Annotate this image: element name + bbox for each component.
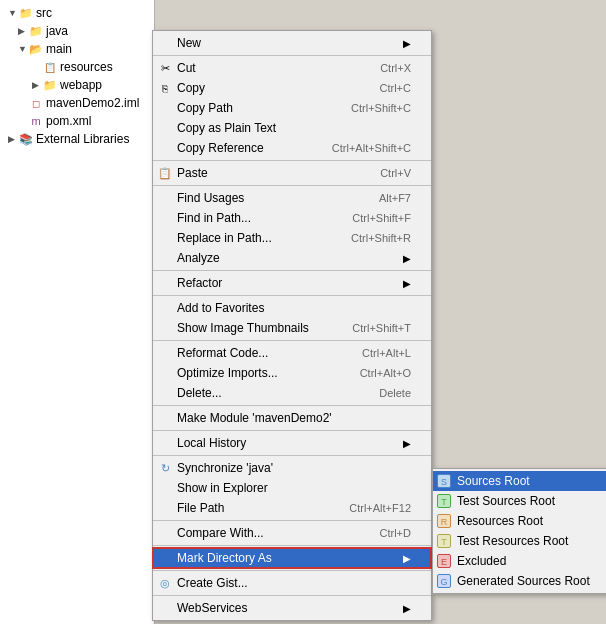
- menu-item-local-history[interactable]: Local History ▶: [153, 433, 431, 453]
- sep-13: [153, 595, 431, 596]
- thumbnails-icon: [157, 320, 173, 336]
- submenu-item-test-sources-root[interactable]: T Test Sources Root: [433, 491, 606, 511]
- tree-label-ext-libs: External Libraries: [36, 132, 129, 146]
- shortcut-paste: Ctrl+V: [380, 167, 411, 179]
- test-res-root-icon: T: [437, 534, 451, 548]
- sep-7: [153, 405, 431, 406]
- menu-item-refactor[interactable]: Refactor ▶: [153, 273, 431, 293]
- menu-label-compare: Compare With...: [177, 526, 360, 540]
- menu-item-optimize[interactable]: Optimize Imports... Ctrl+Alt+O: [153, 363, 431, 383]
- tree-item-main[interactable]: ▼ 📂 main: [0, 40, 154, 58]
- submenu-item-resources-root[interactable]: R Resources Root: [433, 511, 606, 531]
- menu-item-webservices[interactable]: WebServices ▶: [153, 598, 431, 618]
- submenu-arrow-refactor: ▶: [403, 278, 411, 289]
- menu-label-find-usages: Find Usages: [177, 191, 359, 205]
- shortcut-optimize: Ctrl+Alt+O: [360, 367, 411, 379]
- menu-item-make-module[interactable]: Make Module 'mavenDemo2': [153, 408, 431, 428]
- reformat-icon: [157, 345, 173, 361]
- menu-item-copy[interactable]: ⎘ Copy Ctrl+C: [153, 78, 431, 98]
- file-tree: ▼ 📁 src ▶ 📁 java ▼ 📂 main 📋 resources ▶ …: [0, 0, 155, 624]
- menu-label-make-module: Make Module 'mavenDemo2': [177, 411, 411, 425]
- menu-item-delete[interactable]: Delete... Delete: [153, 383, 431, 403]
- tree-item-java[interactable]: ▶ 📁 java: [0, 22, 154, 40]
- submenu-label-generated-sources-root: Generated Sources Root: [457, 574, 590, 588]
- menu-label-paste: Paste: [177, 166, 360, 180]
- menu-label-new: New: [177, 36, 403, 50]
- folder-open-icon-main: 📂: [28, 41, 44, 57]
- submenu-item-excluded[interactable]: E Excluded: [433, 551, 606, 571]
- sep-2: [153, 160, 431, 161]
- submenu-arrow-new: ▶: [403, 38, 411, 49]
- shortcut-thumbnails: Ctrl+Shift+T: [352, 322, 411, 334]
- optimize-icon: [157, 365, 173, 381]
- tree-label-java: java: [46, 24, 68, 38]
- menu-item-find-path[interactable]: Find in Path... Ctrl+Shift+F: [153, 208, 431, 228]
- submenu-item-test-resources-root[interactable]: T Test Resources Root: [433, 531, 606, 551]
- menu-item-new[interactable]: New ▶: [153, 33, 431, 53]
- copy-ref-icon: [157, 140, 173, 156]
- expand-arrow-main: ▼: [18, 44, 28, 54]
- shortcut-delete: Delete: [379, 387, 411, 399]
- tree-label-resources: resources: [60, 60, 113, 74]
- sep-8: [153, 430, 431, 431]
- menu-item-add-favorites[interactable]: Add to Favorites: [153, 298, 431, 318]
- menu-label-local-history: Local History: [177, 436, 403, 450]
- menu-label-thumbnails: Show Image Thumbnails: [177, 321, 332, 335]
- shortcut-replace-path: Ctrl+Shift+R: [351, 232, 411, 244]
- tree-item-src[interactable]: ▼ 📁 src: [0, 4, 154, 22]
- menu-label-copy-plain: Copy as Plain Text: [177, 121, 411, 135]
- mark-directory-submenu: S Sources Root T Test Sources Root R Res…: [432, 468, 606, 594]
- folder-icon-java: 📁: [28, 23, 44, 39]
- menu-item-cut[interactable]: ✂ Cut Ctrl+X: [153, 58, 431, 78]
- menu-item-copy-plain[interactable]: Copy as Plain Text: [153, 118, 431, 138]
- menu-item-find-usages[interactable]: Find Usages Alt+F7: [153, 188, 431, 208]
- submenu-item-generated-sources-root[interactable]: G Generated Sources Root: [433, 571, 606, 591]
- submenu-arrow-local-history: ▶: [403, 438, 411, 449]
- sep-9: [153, 455, 431, 456]
- show-explorer-icon: [157, 480, 173, 496]
- menu-item-copy-ref[interactable]: Copy Reference Ctrl+Alt+Shift+C: [153, 138, 431, 158]
- res-icon: 📋: [42, 59, 58, 75]
- delete-icon: [157, 385, 173, 401]
- new-icon: [157, 35, 173, 51]
- menu-item-sync[interactable]: ↻ Synchronize 'java': [153, 458, 431, 478]
- menu-label-cut: Cut: [177, 61, 360, 75]
- tree-item-pom[interactable]: m pom.xml: [0, 112, 154, 130]
- submenu-label-test-resources-root: Test Resources Root: [457, 534, 568, 548]
- submenu-label-test-sources-root: Test Sources Root: [457, 494, 555, 508]
- menu-label-reformat: Reformat Code...: [177, 346, 342, 360]
- favorites-icon: [157, 300, 173, 316]
- menu-item-mark-dir[interactable]: Mark Directory As ▶: [153, 548, 431, 568]
- expand-arrow-java: ▶: [18, 26, 28, 36]
- sep-1: [153, 55, 431, 56]
- menu-item-reformat[interactable]: Reformat Code... Ctrl+Alt+L: [153, 343, 431, 363]
- menu-label-copy-ref: Copy Reference: [177, 141, 312, 155]
- copy-path-icon: [157, 100, 173, 116]
- shortcut-compare: Ctrl+D: [380, 527, 411, 539]
- menu-item-thumbnails[interactable]: Show Image Thumbnails Ctrl+Shift+T: [153, 318, 431, 338]
- menu-item-compare[interactable]: Compare With... Ctrl+D: [153, 523, 431, 543]
- menu-item-replace-path[interactable]: Replace in Path... Ctrl+Shift+R: [153, 228, 431, 248]
- menu-item-paste[interactable]: 📋 Paste Ctrl+V: [153, 163, 431, 183]
- folder-open-icon: 📁: [18, 5, 34, 21]
- menu-item-copy-path[interactable]: Copy Path Ctrl+Shift+C: [153, 98, 431, 118]
- res-root-icon: R: [437, 514, 451, 528]
- submenu-arrow-analyze: ▶: [403, 253, 411, 264]
- shortcut-copy: Ctrl+C: [380, 82, 411, 94]
- sep-5: [153, 295, 431, 296]
- tree-item-resources[interactable]: 📋 resources: [0, 58, 154, 76]
- menu-item-file-path[interactable]: File Path Ctrl+Alt+F12: [153, 498, 431, 518]
- submenu-item-sources-root[interactable]: S Sources Root: [433, 471, 606, 491]
- excluded-icon: E: [437, 554, 451, 568]
- sep-4: [153, 270, 431, 271]
- menu-item-show-explorer[interactable]: Show in Explorer: [153, 478, 431, 498]
- shortcut-find-usages: Alt+F7: [379, 192, 411, 204]
- menu-item-analyze[interactable]: Analyze ▶: [153, 248, 431, 268]
- tree-item-iml[interactable]: ◻ mavenDemo2.iml: [0, 94, 154, 112]
- submenu-label-excluded: Excluded: [457, 554, 506, 568]
- shortcut-find-path: Ctrl+Shift+F: [352, 212, 411, 224]
- menu-item-create-gist[interactable]: ◎ Create Gist...: [153, 573, 431, 593]
- tree-item-ext-libs[interactable]: ▶ 📚 External Libraries: [0, 130, 154, 148]
- tree-item-webapp[interactable]: ▶ 📁 webapp: [0, 76, 154, 94]
- shortcut-cut: Ctrl+X: [380, 62, 411, 74]
